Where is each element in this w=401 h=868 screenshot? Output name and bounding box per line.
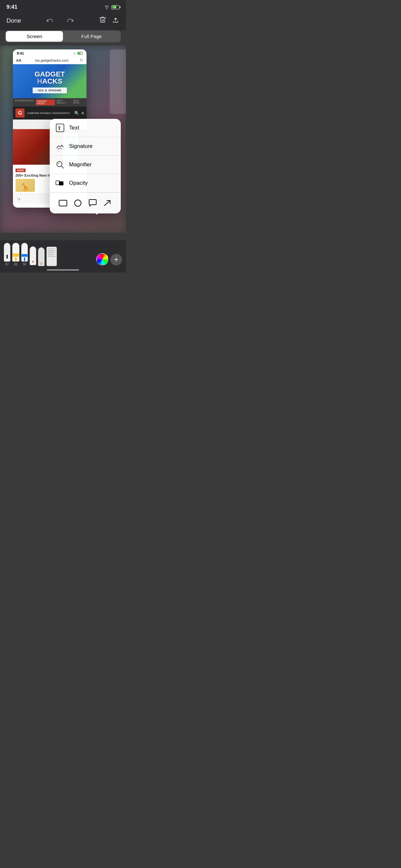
gh-nav-top: WONDERHOWTO GADGET HACKS NEXT REALITY NU…: [13, 98, 87, 106]
done-button[interactable]: Done: [6, 17, 21, 24]
undo-icon: [46, 17, 54, 25]
popup-magnifier-item[interactable]: Magnifier: [50, 156, 121, 174]
ruler-tool[interactable]: [47, 247, 57, 266]
opacity-icon: [56, 179, 65, 188]
full-page-tab[interactable]: Full Page: [63, 31, 120, 42]
pen-black-label: 97: [5, 262, 9, 266]
signature-label: Signature: [69, 143, 93, 150]
mini-time: 9:41: [17, 51, 24, 55]
gh-logo-g: G: [16, 108, 25, 118]
arrow-shape[interactable]: [102, 197, 113, 209]
mini-url: ios.gadgethacks.com: [24, 58, 80, 62]
svg-point-8: [74, 200, 81, 206]
article-thumb: 🦒: [16, 179, 35, 192]
screen-tab[interactable]: Screen: [6, 31, 63, 42]
share-button[interactable]: [112, 16, 120, 26]
rectangle-shape[interactable]: [57, 197, 69, 209]
giraffe-icon: 🦒: [20, 183, 30, 192]
drawing-toolbar: 97 80 50 ✕: [0, 240, 126, 273]
pen-black-tool[interactable]: 97: [4, 243, 10, 266]
toolbar: Done: [0, 12, 126, 30]
text-label: Text: [69, 125, 79, 131]
mini-status-bar: 9:41 ⚡: [13, 50, 87, 57]
popup-menu: T Text Signature: [50, 119, 121, 213]
popup-text-item[interactable]: T Text: [50, 119, 121, 137]
redo-button[interactable]: [65, 15, 76, 27]
mini-aa-label: AA: [16, 58, 21, 62]
gh-nav-links: COMPARE PHONES VIDEOGRAPHY: [27, 112, 74, 114]
toolbar-center: [44, 15, 76, 27]
svg-text:T: T: [58, 126, 61, 131]
screenshot-ghost: [110, 50, 126, 114]
toolbar-right: [99, 16, 120, 26]
magnifier-label: Magnifier: [69, 161, 92, 168]
pen-blue-label: 50: [23, 262, 26, 266]
gh-logo: GADGET HACKS: [16, 71, 83, 85]
news-badge: NEWS: [16, 168, 26, 172]
popup-tail: [94, 211, 100, 215]
nav-nullbyte: NULL BYTE: [73, 99, 85, 105]
pen-yellow-tool[interactable]: 80: [12, 243, 19, 266]
search-icon: 🔍: [74, 111, 80, 116]
forward-arrow: ›: [19, 196, 20, 202]
popup-shapes-row: [50, 192, 121, 213]
popup-opacity-item[interactable]: Opacity: [50, 174, 121, 192]
opacity-label: Opacity: [69, 180, 88, 186]
delete-button[interactable]: [99, 16, 106, 26]
eraser-tool[interactable]: ✕: [30, 246, 36, 266]
circle-shape[interactable]: [72, 197, 84, 209]
pencil-tool[interactable]: [38, 247, 44, 266]
gh-nav-icons: 🔍 ≡: [74, 111, 84, 116]
signature-icon: [56, 142, 65, 151]
text-box-icon: T: [56, 123, 65, 132]
nav-wonderhowto: WONDERHOWTO: [15, 99, 34, 105]
wifi-icon: [104, 5, 110, 9]
undo-button[interactable]: [44, 15, 56, 27]
home-indicator: [47, 269, 79, 271]
share-icon: [112, 16, 120, 24]
segment-control: Screen Full Page: [5, 30, 121, 42]
nav-gadgethacks: GADGET HACKS: [36, 99, 55, 105]
speech-bubble-shape[interactable]: [87, 197, 98, 209]
status-bar: 9:41 ⚡: [0, 0, 126, 12]
content-area: 9:41 ⚡ AA ios.gadgethacks.com ↻: [0, 45, 126, 233]
color-wheel[interactable]: [96, 253, 109, 266]
nav-nextreality: NEXT REALITY: [57, 99, 72, 105]
pen-yellow-label: 80: [14, 262, 18, 266]
mini-url-bar: AA ios.gadgethacks.com ↻: [13, 57, 87, 64]
battery-icon: ⚡: [112, 5, 120, 9]
gh-hero: GADGET HACKS IOS & IPHONE: [13, 64, 87, 98]
pen-blue-tool[interactable]: 50: [21, 243, 28, 266]
redo-icon: [66, 17, 74, 25]
gh-nav-bottom: G COMPARE PHONES VIDEOGRAPHY 🔍 ≡: [13, 106, 87, 120]
svg-line-9: [104, 200, 110, 206]
magnifier-icon: [56, 160, 65, 169]
svg-rect-7: [59, 200, 67, 206]
menu-icon: ≡: [81, 111, 84, 116]
popup-signature-item[interactable]: Signature: [50, 137, 121, 156]
add-tool-button[interactable]: +: [111, 254, 122, 266]
status-time: 9:41: [6, 4, 18, 10]
mini-refresh-icon: ↻: [80, 58, 83, 63]
gh-badge: IOS & IPHONE: [33, 88, 67, 93]
svg-line-3: [61, 166, 64, 168]
mini-wifi-icon: [73, 52, 76, 55]
status-icons: ⚡: [104, 5, 120, 9]
trash-icon: [99, 16, 106, 24]
